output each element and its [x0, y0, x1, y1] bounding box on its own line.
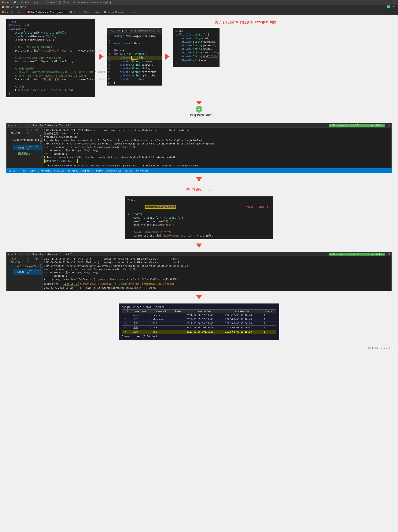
tb-spring[interactable]: Spring	[124, 170, 132, 172]
run-body-2: ✓ Test Results 1 sec 240 ms ✓ UserInfoMa…	[7, 256, 391, 291]
tb-run[interactable]: ▶ Run	[20, 170, 26, 172]
bottom-toolbar-1: ⎇ Git ▶ Run TODO ⚠ Problems Profiler Ter…	[6, 168, 392, 173]
table-row: 5 王五 456 2022-08-06 19:26:31 2022-08-06 …	[122, 326, 276, 330]
code-panel-left: @Test @Transactional void add2() { UserI…	[6, 19, 95, 97]
mysql-query: mysql> select * from userinfo;	[122, 306, 276, 309]
page-wrapper: Sapper Git Window Help SpringMb2 [G:/Jav…	[0, 0, 398, 532]
ide-top-bar: Sapper Git Window Help SpringMb2 [G:/Jav…	[0, 0, 398, 5]
section-2: ▶ ⊘ ⏹ ↻ ↓ ↑ ↕ Run: UserInfoMapperTest.ad…	[0, 121, 398, 175]
user-id-8: user id. 8	[63, 282, 78, 286]
run-toolbar-2: ▶ ⊘ ⏹ ↻ ↓ ↑ ↕ Run: UserInfoMapperTest.ad…	[7, 252, 391, 256]
tb-endpoints[interactable]: Endpoints	[81, 170, 93, 172]
menu-sapper[interactable]: Sapper	[2, 1, 10, 4]
mysql-result-table: id username password photo createtime up…	[122, 309, 276, 334]
tab-userinfomapper-java[interactable]: UserInfoMapper.java	[68, 10, 102, 14]
menu-help[interactable]: Help	[33, 1, 39, 4]
tab-userinfomappertest-java[interactable]: UserInfoMapperTest.java ✕	[25, 10, 68, 14]
tb-dependencies[interactable]: Dependencies	[106, 170, 121, 172]
test-tree-2: ✓ Test Results 1 sec 240 ms ✓ UserInfoMa…	[7, 256, 43, 291]
run-toolbar: ▶ ⊘ ⏹ ↻ ↓ ↑ ↕ Run: UserInfoMapperTest.ad…	[7, 123, 391, 127]
table-row: 1 admin admin 2021-12-06 17:10:48 2021-1…	[122, 313, 276, 317]
play-button[interactable]: ▶	[196, 106, 202, 113]
tb-profiler[interactable]: Profiler	[54, 170, 65, 172]
arrow-label-1: 下面我们来执行测试	[187, 114, 211, 117]
tab-springmb2app[interactable]: SpringMb2Application	[102, 10, 137, 14]
menu-git[interactable]: Git	[13, 1, 18, 4]
test-tree-userinfomappertest: ✓ UserInfoMapperTest 1 sec 183 ms ✓ add2…	[7, 135, 42, 150]
arrow-down-2	[0, 175, 398, 184]
highlight-user-id-7: 添加操作之后, user id. 7 ←	[44, 159, 78, 163]
test-item-add2[interactable]: ✓ add2() 1 sec 183 ms	[13, 145, 42, 150]
code-panel-right: @Data public class UserInfo { private In…	[173, 28, 220, 67]
run-window-2: ▶ ⊘ ⏹ ↻ ↓ ↑ ↕ Run: UserInfoMapperTest.ad…	[6, 252, 392, 291]
mysql-panel: mysql> select * from userinfo; id userna…	[119, 304, 279, 340]
mysql-output: mysql> select * from userinfo; id userna…	[119, 304, 279, 340]
section-4: ▶ ⊘ ⏹ ↻ ↓ ↑ ↕ Run: UserInfoMapperTest.ad…	[0, 250, 398, 292]
arrow-down-4	[0, 292, 398, 302]
arrow-right-2	[165, 54, 170, 60]
breadcrumb-bar: 📁 model > UserInfo ▶ add2	[0, 5, 398, 9]
annotation-top: 为了保证安全id 我们改成 Integer 属性	[215, 20, 276, 24]
tab-userinfo-java[interactable]: UserInfo.java	[0, 10, 25, 14]
tb-autobuild[interactable]: Auto-build	[136, 170, 149, 172]
section-3: @Test // @Transactional 注销掉, 在来测一下。 void…	[0, 195, 398, 241]
tb-terminal[interactable]: Terminal	[68, 170, 78, 172]
test-results-root: ✓ Test Results 1 sec 183 ms	[7, 128, 42, 135]
mysql-footer: 5 rows in set (0.00 sec)	[122, 335, 276, 338]
tb-git[interactable]: ⎇ Git	[9, 170, 17, 172]
pass-label: 测试通过！	[7, 150, 42, 157]
console-output: 2022-08-06 20:08:47.524 INFO 6476 --- [ …	[43, 127, 391, 168]
test-item-add2-2[interactable]: ✓ add2() 1 sec 240 ms	[13, 269, 42, 275]
test-tree: ✓ Test Results 1 sec 183 ms ✓ UserInfoMa…	[7, 127, 43, 168]
csdn-footer: CSDN ©Dark And Grey	[0, 345, 398, 351]
menu-window[interactable]: Window	[21, 1, 30, 4]
middle-section: 为了保证安全id 我们改成 Integer 属性 UserInfo.java U…	[99, 19, 392, 86]
code-verify-panel: @Test // @Transactional 注销掉, 在来测一下。 void…	[125, 196, 273, 239]
tb-build[interactable]: Build	[96, 170, 103, 172]
code-panel-middle: UserInfo.java UserInfoMapperTest.java 1p…	[107, 28, 162, 86]
java-icon	[2, 11, 4, 13]
table-row: 3 李四 123 2022-08-06 18:54:00 2022-08-06 …	[122, 322, 276, 326]
arrow-down-3	[0, 241, 398, 250]
java-icon	[27, 11, 30, 13]
console-output-2: 2022-08-06 20:15:19.944 INFO 15144 --- […	[43, 256, 391, 291]
tb-todo[interactable]: TODO	[30, 170, 35, 172]
run-body: ✓ Test Results 1 sec 183 ms ✓ UserInfoMa…	[7, 127, 391, 168]
spring-icon	[104, 11, 106, 13]
section-1: @Test @Transactional void add2() { UserI…	[0, 15, 398, 121]
file-tabs: UserInfo.java UserInfoMapperTest.java ✕ …	[0, 9, 398, 15]
arrow-down-1: ▶ 下面我们来执行测试	[6, 100, 392, 118]
java-icon	[70, 11, 72, 13]
table-row-highlight: 8 老六 789 2022-08-06 20:15:20 2022-08-06 …	[122, 330, 276, 334]
annotation-verify: 我们来验证一下。	[0, 186, 398, 193]
project-path: SpringMb2 [G:/JavaUtils/java-ee-advanced…	[46, 1, 111, 4]
arrow-right-1	[99, 54, 104, 60]
table-row: 2 张三 zhangsan 2022-08-05 17:10:40 2022-0…	[122, 317, 276, 322]
tb-problems[interactable]: ⚠ Problems	[38, 170, 51, 172]
section-5: mysql> select * from userinfo; id userna…	[0, 302, 398, 345]
run-window: ▶ ⊘ ⏹ ↻ ↓ ↑ ↕ Run: UserInfoMapperTest.ad…	[6, 123, 392, 168]
middle-code-area: UserInfo.java UserInfoMapperTest.java 1p…	[99, 28, 392, 86]
table-header-row: id username password photo createtime up…	[122, 310, 276, 313]
